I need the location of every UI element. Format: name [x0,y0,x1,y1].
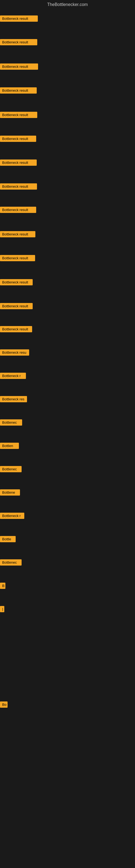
bottleneck-result-21: Bottlene [0,489,20,496]
bottleneck-result-2: Bottleneck result [0,39,37,45]
bottleneck-result-17: Bottleneck res [0,396,27,402]
bottleneck-result-16: Bottleneck r [0,373,26,379]
bottleneck-result-8: Bottleneck result [0,183,37,190]
bottleneck-result-27: Bo [0,702,8,708]
site-title: TheBottlenecker.com [0,0,135,9]
bottleneck-result-14: Bottleneck result [0,326,32,332]
bottleneck-result-23: Bottle [0,536,16,542]
bottleneck-result-7: Bottleneck result [0,159,37,166]
bottleneck-result-10: Bottleneck result [0,231,35,237]
bottleneck-result-24: Bottlenec [0,559,21,565]
bottleneck-result-12: Bottleneck result [0,279,33,285]
bottleneck-result-3: Bottleneck result [0,63,38,70]
bottleneck-result-11: Bottleneck result [0,255,35,261]
bottleneck-result-9: Bottleneck result [0,207,36,213]
bottleneck-result-4: Bottleneck result [0,87,37,94]
bottleneck-result-1: Bottleneck result [0,16,38,22]
bottleneck-result-25: B [0,583,5,589]
bottleneck-result-15: Bottleneck resu [0,349,29,355]
bottleneck-result-6: Bottleneck result [0,135,36,142]
bottleneck-result-5: Bottleneck result [0,112,37,118]
bottleneck-result-26: | [0,606,4,612]
bottleneck-result-19: Bottlen [0,443,19,449]
bottleneck-result-18: Bottlenec [0,420,22,426]
bottleneck-result-22: Bottleneck r [0,513,24,519]
bottleneck-result-13: Bottleneck result [0,303,33,309]
bottleneck-result-20: Bottlenec [0,466,21,472]
